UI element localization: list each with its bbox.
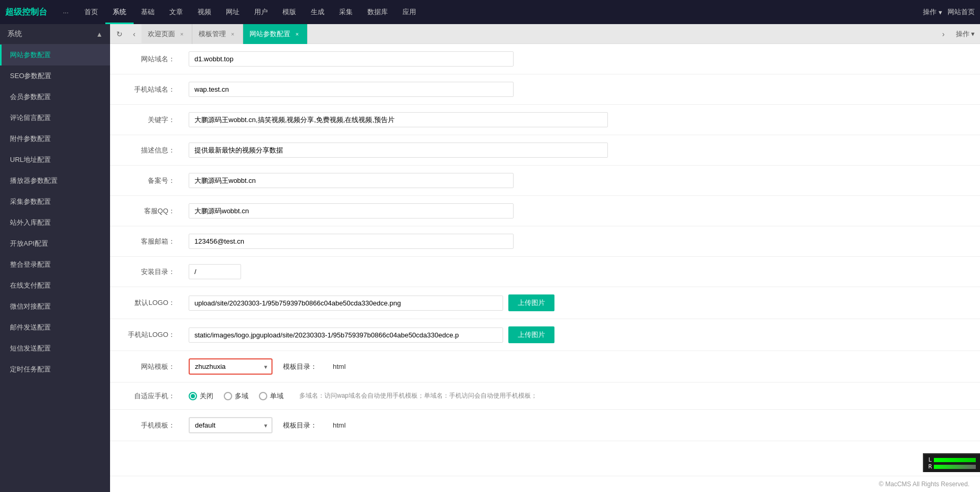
nav-url[interactable]: 网址 bbox=[219, 0, 247, 24]
upload-mobile-logo-button[interactable]: 上传图片 bbox=[508, 326, 554, 343]
leak-bar-r bbox=[934, 465, 976, 469]
sidebar-item-email-config[interactable]: 邮件发送配置 bbox=[0, 317, 110, 338]
radio-multi-domain[interactable]: 多域 bbox=[224, 391, 248, 401]
value-domain bbox=[183, 48, 980, 70]
sidebar-item-site-config[interactable]: 网站参数配置 bbox=[0, 45, 110, 65]
top-navigation: 超级控制台 ··· 首页 系统 基础 文章 视频 网址 用户 模版 生成 采集 … bbox=[0, 0, 980, 24]
label-email: 客服邮箱： bbox=[110, 237, 183, 246]
sidebar-item-login-config[interactable]: 整合登录配置 bbox=[0, 254, 110, 275]
sidebar-item-seo-config[interactable]: SEO参数配置 bbox=[0, 65, 110, 86]
value-description bbox=[183, 139, 980, 161]
nav-article[interactable]: 文章 bbox=[162, 0, 190, 24]
nav-template[interactable]: 模版 bbox=[275, 0, 303, 24]
form-row-mobile-logo: 手机站LOGO： 上传图片 bbox=[110, 319, 980, 351]
label-mobile-template: 手机模板： bbox=[110, 421, 183, 430]
input-keywords[interactable] bbox=[189, 112, 608, 127]
back-button[interactable]: ‹ bbox=[127, 27, 141, 41]
sidebar-title: 系统 bbox=[7, 29, 22, 39]
radio-close-circle bbox=[189, 392, 197, 400]
nav-home[interactable]: 首页 bbox=[77, 0, 105, 24]
tab-welcome[interactable]: 欢迎页面 × bbox=[141, 24, 192, 44]
value-responsive: 关闭 多域 单域 多域名：访问wap域名会自动使用手机模板；单域名：手机访问会自… bbox=[183, 388, 980, 404]
input-default-logo[interactable] bbox=[189, 296, 503, 311]
sidebar-item-comment-config[interactable]: 评论留言配置 bbox=[0, 107, 110, 128]
mobile-template-select[interactable]: default bbox=[189, 417, 273, 433]
nav-generate[interactable]: 生成 bbox=[303, 0, 332, 24]
sidebar-item-payment-config[interactable]: 在线支付配置 bbox=[0, 275, 110, 296]
nav-basic[interactable]: 基础 bbox=[134, 0, 162, 24]
sidebar-item-cron-config[interactable]: 定时任务配置 bbox=[0, 359, 110, 380]
form-row-email: 客服邮箱： bbox=[110, 226, 980, 257]
input-mobile-domain[interactable] bbox=[189, 82, 514, 97]
tab-bar-right: › 操作 ▾ bbox=[937, 28, 978, 40]
sidebar-collapse-icon[interactable]: ▲ bbox=[96, 30, 103, 38]
leak-row-l: L bbox=[928, 456, 976, 463]
value-template: zhuzhuxia 模板目录： html bbox=[183, 355, 980, 378]
mobile-template-dir-value: html bbox=[328, 418, 351, 432]
sidebar-item-player-config[interactable]: 播放器参数配置 bbox=[0, 170, 110, 191]
value-qq bbox=[183, 200, 980, 222]
radio-single-domain-circle bbox=[259, 392, 267, 400]
form-row-mobile-template: 手机模板： default 模板目录： html bbox=[110, 410, 980, 441]
input-description[interactable] bbox=[189, 143, 608, 158]
tab-scroll-right[interactable]: › bbox=[937, 28, 950, 40]
sidebar-item-attachment-config[interactable]: 附件参数配置 bbox=[0, 128, 110, 149]
tab-welcome-close[interactable]: × bbox=[178, 30, 186, 38]
radio-single-domain[interactable]: 单域 bbox=[259, 391, 284, 401]
upload-logo-button[interactable]: 上传图片 bbox=[508, 294, 554, 311]
value-keywords bbox=[183, 109, 980, 130]
label-default-logo: 默认LOGO： bbox=[110, 298, 183, 308]
leak-badge: L R bbox=[923, 453, 980, 472]
label-qq: 客服QQ： bbox=[110, 206, 183, 216]
template-dir-value: html bbox=[328, 359, 351, 374]
template-dir-label: 模板目录： bbox=[278, 359, 322, 375]
tab-op-button[interactable]: 操作 ▾ bbox=[953, 28, 978, 40]
refresh-button[interactable]: ↻ bbox=[112, 27, 127, 41]
value-install-dir bbox=[183, 261, 980, 282]
mobile-template-dir-label: 模板目录： bbox=[278, 418, 322, 433]
input-install-dir[interactable] bbox=[189, 264, 241, 279]
nav-app[interactable]: 应用 bbox=[395, 0, 423, 24]
top-op-button[interactable]: 操作 ▾ bbox=[923, 7, 942, 17]
nav-user[interactable]: 用户 bbox=[247, 0, 275, 24]
label-domain: 网站域名： bbox=[110, 54, 183, 64]
form-row-keywords: 关键字： bbox=[110, 105, 980, 135]
input-email[interactable] bbox=[189, 234, 514, 249]
value-mobile-template: default 模板目录： html bbox=[183, 414, 980, 436]
value-mobile-domain bbox=[183, 79, 980, 100]
sidebar-item-url-config[interactable]: URL地址配置 bbox=[0, 149, 110, 170]
sidebar-item-collect-config[interactable]: 采集参数配置 bbox=[0, 191, 110, 212]
value-mobile-logo: 上传图片 bbox=[183, 323, 980, 346]
label-description: 描述信息： bbox=[110, 146, 183, 155]
form-area: 网站域名： 手机站域名： 关键字： 描述信息： bbox=[110, 44, 980, 476]
nav-system[interactable]: 系统 bbox=[105, 0, 134, 24]
sidebar-item-sms-config[interactable]: 短信发送配置 bbox=[0, 338, 110, 359]
input-qq[interactable] bbox=[189, 203, 514, 218]
tab-template-close[interactable]: × bbox=[229, 30, 236, 38]
mobile-template-select-group: default 模板目录： html bbox=[189, 417, 975, 433]
main-layout: 系统 ▲ 网站参数配置 SEO参数配置 会员参数配置 评论留言配置 附件参数配置… bbox=[0, 24, 980, 492]
sidebar-item-api-config[interactable]: 开放API配置 bbox=[0, 233, 110, 254]
radio-close[interactable]: 关闭 bbox=[189, 391, 213, 401]
responsive-hint: 多域名：访问wap域名会自动使用手机模板；单域名：手机访问会自动使用手机模板； bbox=[299, 391, 537, 400]
label-install-dir: 安装目录： bbox=[110, 267, 183, 277]
top-nav-menu: 首页 系统 基础 文章 视频 网址 用户 模版 生成 采集 数据库 应用 bbox=[77, 0, 923, 24]
sidebar-item-external-config[interactable]: 站外入库配置 bbox=[0, 212, 110, 233]
input-icp[interactable] bbox=[189, 173, 514, 188]
sidebar-item-member-config[interactable]: 会员参数配置 bbox=[0, 86, 110, 107]
label-icp: 备案号： bbox=[110, 176, 183, 185]
radio-multi-domain-label: 多域 bbox=[235, 391, 248, 401]
nav-collect[interactable]: 采集 bbox=[332, 0, 360, 24]
nav-video[interactable]: 视频 bbox=[190, 0, 219, 24]
site-home-button[interactable]: 网站首页 bbox=[948, 7, 975, 17]
tab-template-mgmt[interactable]: 模板管理 × bbox=[192, 24, 243, 44]
sidebar-item-wechat-config[interactable]: 微信对接配置 bbox=[0, 296, 110, 317]
template-select[interactable]: zhuzhuxia bbox=[189, 358, 273, 375]
tab-site-config-close[interactable]: × bbox=[293, 30, 301, 38]
nav-database[interactable]: 数据库 bbox=[360, 0, 395, 24]
form-row-qq: 客服QQ： bbox=[110, 196, 980, 226]
dots-menu[interactable]: ··· bbox=[63, 8, 69, 16]
tab-site-config[interactable]: 网站参数配置 × bbox=[243, 24, 308, 44]
input-domain[interactable] bbox=[189, 51, 514, 67]
input-mobile-logo[interactable] bbox=[189, 327, 503, 343]
